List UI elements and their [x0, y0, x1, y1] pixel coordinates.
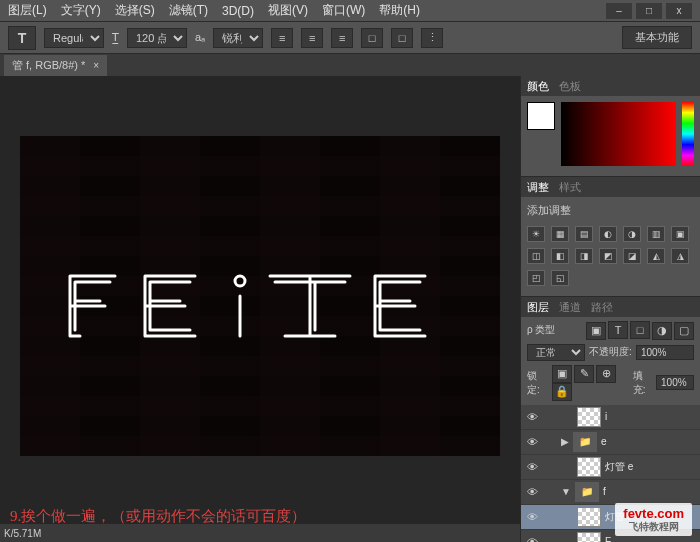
tab-adjustments[interactable]: 调整 [527, 180, 549, 195]
color-swatch-icon[interactable]: □ [361, 28, 383, 48]
font-size-icon: T̲ [112, 31, 119, 44]
tab-color[interactable]: 颜色 [527, 79, 549, 94]
minimize-button[interactable]: – [606, 3, 632, 19]
canvas-area: 9.挨个做一遍，（或用动作不会的话可百度） K/5.71M [0, 76, 520, 542]
layer-visibility-icon[interactable]: 👁 [525, 535, 539, 543]
tab-paths[interactable]: 路径 [591, 300, 613, 315]
folder-icon: 📁 [573, 432, 597, 452]
adjustment-icon-8[interactable]: ◧ [551, 248, 569, 264]
neon-text-artwork [55, 266, 465, 346]
adjustment-icon-11[interactable]: ◪ [623, 248, 641, 264]
lock-icon-0[interactable]: ▣ [552, 365, 572, 383]
tab-channels[interactable]: 通道 [559, 300, 581, 315]
blend-mode-select[interactable]: 正常 [527, 344, 585, 361]
menu-select[interactable]: 选择(S) [115, 2, 155, 19]
layer-filter-icon-0[interactable]: ▣ [586, 322, 606, 340]
layer-visibility-icon[interactable]: 👁 [525, 485, 539, 499]
layers-options: ρ 类型 ▣T□◑▢ 正常 不透明度: 锁定: ▣✎⊕🔒 填充: [521, 317, 700, 405]
tab-layers[interactable]: 图层 [527, 300, 549, 315]
color-panel: 颜色 色板 [521, 76, 700, 177]
adjustment-icon-1[interactable]: ▦ [551, 226, 569, 242]
type-tool-icon[interactable]: T [8, 26, 36, 50]
adjustment-icon-10[interactable]: ◩ [599, 248, 617, 264]
align-left-icon[interactable]: ≡ [271, 28, 293, 48]
layer-row-0[interactable]: 👁i [521, 405, 700, 430]
align-center-icon[interactable]: ≡ [301, 28, 323, 48]
menu-text[interactable]: 文字(Y) [61, 2, 101, 19]
adjustment-icon-7[interactable]: ◫ [527, 248, 545, 264]
tab-styles[interactable]: 样式 [559, 180, 581, 195]
font-size-select[interactable]: 120 点 [127, 28, 187, 48]
workspace-label[interactable]: 基本功能 [622, 26, 692, 49]
close-button[interactable]: x [666, 3, 692, 19]
main-area: 9.挨个做一遍，（或用动作不会的话可百度） K/5.71M 颜色 色板 调整 样… [0, 76, 700, 542]
menu-filter[interactable]: 滤镜(T) [169, 2, 208, 19]
menu-window[interactable]: 窗口(W) [322, 2, 365, 19]
document-canvas[interactable] [20, 136, 500, 456]
adjustment-icon-9[interactable]: ◨ [575, 248, 593, 264]
adjustment-icon-3[interactable]: ◐ [599, 226, 617, 242]
opacity-input[interactable] [636, 345, 694, 360]
menu-bar: 图层(L) 文字(Y) 选择(S) 滤镜(T) 3D(D) 视图(V) 窗口(W… [0, 0, 700, 22]
adjustment-icon-14[interactable]: ◰ [527, 270, 545, 286]
lock-icon-3[interactable]: 🔒 [552, 383, 572, 401]
panel-toggle-icon[interactable]: ⋮ [421, 28, 443, 48]
fill-input[interactable] [656, 375, 694, 390]
layer-thumbnail [577, 457, 601, 477]
lock-icon-2[interactable]: ⊕ [596, 365, 616, 383]
folder-icon: 📁 [575, 482, 599, 502]
menu-layer[interactable]: 图层(L) [8, 2, 47, 19]
document-tab-bar: 管 f, RGB/8#) * × [0, 54, 700, 76]
adjustment-icon-5[interactable]: ▥ [647, 226, 665, 242]
layer-expand-icon[interactable]: ▶ [561, 436, 569, 447]
adjustment-icon-13[interactable]: ◮ [671, 248, 689, 264]
layer-visibility-icon[interactable]: 👁 [525, 410, 539, 424]
document-tab-close-icon[interactable]: × [93, 60, 99, 71]
foreground-color-swatch[interactable] [527, 102, 555, 130]
window-controls: – □ x [606, 3, 692, 19]
layer-thumbnail [577, 407, 601, 427]
adjustment-icon-2[interactable]: ▤ [575, 226, 593, 242]
adjustments-body: 添加调整 ☀▦▤◐◑▥▣◫◧◨◩◪◭◮◰◱ [521, 197, 700, 296]
adjustment-icon-12[interactable]: ◭ [647, 248, 665, 264]
adjustment-icon-4[interactable]: ◑ [623, 226, 641, 242]
menu-help[interactable]: 帮助(H) [379, 2, 420, 19]
menu-view[interactable]: 视图(V) [268, 2, 308, 19]
status-bar: K/5.71M [0, 524, 520, 542]
layer-expand-icon[interactable]: ▼ [561, 486, 571, 497]
adjustment-icon-6[interactable]: ▣ [671, 226, 689, 242]
layer-filter-icon-1[interactable]: T [608, 321, 628, 339]
layer-filter-icon-2[interactable]: □ [630, 321, 650, 339]
layer-visibility-icon[interactable]: 👁 [525, 435, 539, 449]
document-tab[interactable]: 管 f, RGB/8#) * × [4, 55, 107, 76]
layer-thumbnail [577, 507, 601, 527]
lock-icon-1[interactable]: ✎ [574, 365, 594, 383]
align-right-icon[interactable]: ≡ [331, 28, 353, 48]
menu-3d[interactable]: 3D(D) [222, 4, 254, 18]
adjustment-icon-0[interactable]: ☀ [527, 226, 545, 242]
opacity-label: 不透明度: [589, 345, 632, 359]
layer-row-3[interactable]: 👁▼📁f [521, 480, 700, 505]
filter-type-label: ρ 类型 [527, 323, 555, 337]
color-spectrum[interactable] [561, 102, 676, 166]
adjustments-panel: 调整 样式 添加调整 ☀▦▤◐◑▥▣◫◧◨◩◪◭◮◰◱ [521, 177, 700, 297]
antialias-select[interactable]: 锐利 [213, 28, 263, 48]
color-panel-body [521, 96, 700, 176]
warp-text-icon[interactable]: □ [391, 28, 413, 48]
tab-swatches[interactable]: 色板 [559, 79, 581, 94]
layer-filter-icon-3[interactable]: ◑ [652, 322, 672, 340]
filter-icons: ▣T□◑▢ [584, 321, 694, 340]
layer-row-1[interactable]: 👁▶📁e [521, 430, 700, 455]
color-panel-tabs: 颜色 色板 [521, 76, 700, 96]
maximize-button[interactable]: □ [636, 3, 662, 19]
layer-filter-icon-4[interactable]: ▢ [674, 322, 694, 340]
watermark: fevte.com 飞特教程网 [615, 503, 692, 536]
adjustment-icon-15[interactable]: ◱ [551, 270, 569, 286]
fill-label: 填充: [633, 369, 652, 397]
hue-slider[interactable] [682, 102, 694, 166]
layer-row-2[interactable]: 👁灯管 e [521, 455, 700, 480]
layer-visibility-icon[interactable]: 👁 [525, 510, 539, 524]
lock-label: 锁定: [527, 369, 546, 397]
layer-visibility-icon[interactable]: 👁 [525, 460, 539, 474]
font-style-select[interactable]: Regular [44, 28, 104, 48]
